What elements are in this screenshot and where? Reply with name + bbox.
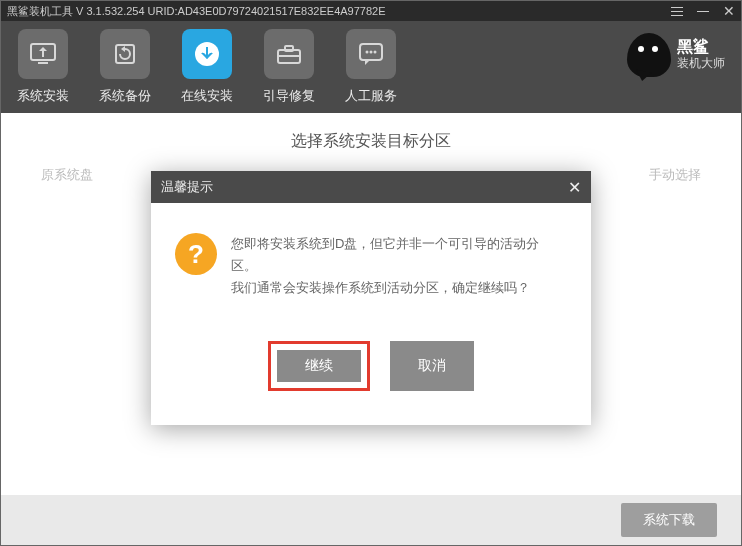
brand-sub: 装机大师 [677,55,725,72]
hint-left: 原系统盘 [41,166,93,184]
tab-boot-repair[interactable]: 引导修复 [263,29,315,105]
question-icon: ? [175,233,217,275]
monitor-icon [18,29,68,79]
dialog-close-button[interactable]: ✕ [568,178,581,197]
svg-point-14 [366,51,369,54]
backup-icon [100,29,150,79]
tab-label: 人工服务 [345,87,397,105]
content-area: 选择系统安装目标分区 原系统盘 手动选择 温馨提示 ✕ ? 您即将安装系统到D盘… [1,113,741,495]
confirm-dialog: 温馨提示 ✕ ? 您即将安装系统到D盘，但它并非一个可引导的活动分区。 我们通常… [151,171,591,425]
system-download-button[interactable]: 系统下载 [621,503,717,537]
dialog-message-line2: 我们通常会安装操作系统到活动分区，确定继续吗？ [231,277,563,299]
svg-marker-2 [39,47,47,57]
tab-system-install[interactable]: 系统安装 [17,29,69,105]
tab-online-install[interactable]: 在线安装 [181,29,233,105]
footer-bar: 系统下载 [1,495,741,545]
toolbox-icon [264,29,314,79]
tab-system-backup[interactable]: 系统备份 [99,29,151,105]
close-button[interactable]: ✕ [723,4,735,18]
svg-point-15 [370,51,373,54]
tab-label: 系统安装 [17,87,69,105]
tab-bar: 系统安装 系统备份 在线安装 引导修复 [17,29,397,105]
minimize-button[interactable] [697,11,709,12]
menu-icon[interactable] [671,7,683,16]
continue-button[interactable]: 继续 [277,350,361,382]
hint-right: 手动选择 [649,166,701,184]
page-title: 选择系统安装目标分区 [1,131,741,152]
dialog-message: 您即将安装系统到D盘，但它并非一个可引导的活动分区。 我们通常会安装操作系统到活… [231,233,563,299]
tab-customer-service[interactable]: 人工服务 [345,29,397,105]
dialog-body: ? 您即将安装系统到D盘，但它并非一个可引导的活动分区。 我们通常会安装操作系统… [151,203,591,323]
tab-label: 在线安装 [181,87,233,105]
tab-label: 系统备份 [99,87,151,105]
chat-icon [346,29,396,79]
window-title: 黑鲨装机工具 V 3.1.532.254 URID:AD43E0D7972402… [7,4,386,19]
download-icon [182,29,232,79]
tab-label: 引导修复 [263,87,315,105]
svg-rect-10 [285,46,293,51]
dialog-titlebar: 温馨提示 ✕ [151,171,591,203]
main-toolbar: 系统安装 系统备份 在线安装 引导修复 [1,21,741,113]
dialog-message-line1: 您即将安装系统到D盘，但它并非一个可引导的活动分区。 [231,233,563,277]
brand-name: 黑鲨 [677,38,725,56]
svg-rect-7 [206,47,208,56]
svg-marker-4 [121,46,125,52]
svg-rect-1 [38,62,48,64]
brand-logo: 黑鲨 装机大师 [627,33,725,77]
svg-point-16 [374,51,377,54]
continue-highlight: 继续 [268,341,370,391]
window-titlebar: 黑鲨装机工具 V 3.1.532.254 URID:AD43E0D7972402… [1,1,741,21]
window-controls: ✕ [671,4,735,18]
dialog-actions: 继续 取消 [151,323,591,425]
cancel-button[interactable]: 取消 [390,341,474,391]
dialog-title: 温馨提示 [161,178,213,196]
shark-icon [627,33,671,77]
app-window: 黑鲨装机工具 V 3.1.532.254 URID:AD43E0D7972402… [0,0,742,546]
